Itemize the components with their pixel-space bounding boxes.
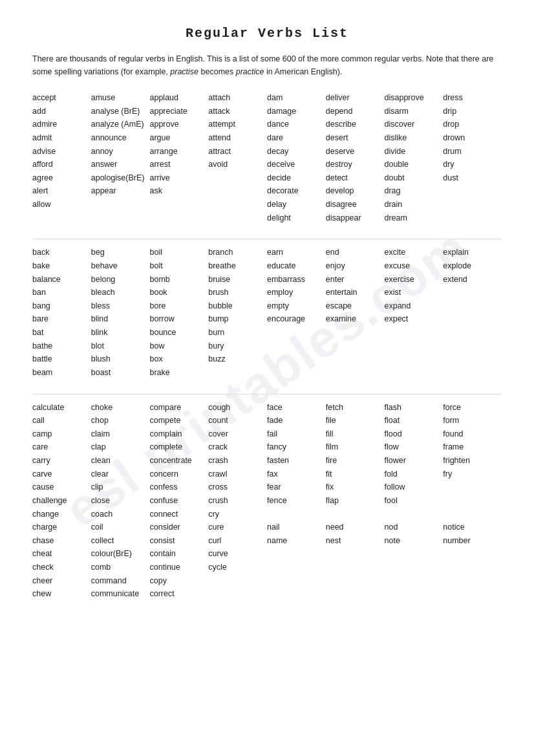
word-cell xyxy=(326,340,385,353)
word-cell: depend xyxy=(326,105,385,118)
word-cell: camp xyxy=(32,427,91,441)
word-cell: cause xyxy=(32,481,91,494)
word-cell: applaud xyxy=(150,91,209,105)
word-grid-3d: care clap complete crack fancy film flow… xyxy=(32,440,502,454)
word-cell: bomb xyxy=(150,273,209,286)
word-cell: analyse (BrE) xyxy=(91,105,150,118)
word-cell: carve xyxy=(32,468,91,481)
word-cell: analyze (AmE) xyxy=(91,118,150,131)
word-cell: dress xyxy=(443,91,502,105)
word-cell: contain xyxy=(150,547,209,561)
word-cell: disappear xyxy=(326,211,385,225)
word-cell: arrive xyxy=(150,171,209,185)
word-cell xyxy=(443,494,502,508)
word-cell: empty xyxy=(267,299,326,313)
word-cell xyxy=(32,211,91,225)
word-cell: beg xyxy=(91,246,150,259)
word-cell: add xyxy=(32,105,91,118)
word-cell: attempt xyxy=(208,118,267,131)
word-cell: found xyxy=(443,427,502,441)
word-cell xyxy=(385,366,443,380)
word-grid-3b: call chop compete count fade file float … xyxy=(32,414,502,427)
word-cell: admit xyxy=(32,131,91,145)
word-cell xyxy=(267,340,326,353)
word-cell: bury xyxy=(208,340,267,353)
word-cell: drop xyxy=(443,118,502,131)
word-cell: flow xyxy=(385,440,443,454)
word-cell: change xyxy=(32,508,91,521)
word-cell: detect xyxy=(326,171,385,185)
word-cell xyxy=(385,587,443,601)
word-cell: fade xyxy=(267,414,326,427)
word-cell: disarm xyxy=(385,105,443,118)
word-cell: advise xyxy=(32,145,91,158)
word-cell: end xyxy=(326,246,385,259)
word-cell: attract xyxy=(208,145,267,158)
word-grid-2c: balance belong bomb bruise embarrass ent… xyxy=(32,273,502,286)
word-cell xyxy=(443,312,502,326)
word-cell: appear xyxy=(91,184,150,198)
word-cell: drip xyxy=(443,105,502,118)
word-cell: desert xyxy=(326,131,385,145)
word-cell: delay xyxy=(267,198,326,211)
word-cell xyxy=(267,508,326,521)
word-cell: encourage xyxy=(267,312,326,326)
word-cell xyxy=(385,561,443,574)
word-cell: burn xyxy=(208,326,267,340)
word-cell: argue xyxy=(150,131,209,145)
word-cell: chew xyxy=(32,587,91,601)
word-cell: notice xyxy=(443,521,502,534)
word-cell: fetch xyxy=(326,401,385,415)
word-cell: doubt xyxy=(385,171,443,185)
word-cell: fit xyxy=(326,468,385,481)
word-cell: note xyxy=(385,534,443,548)
word-cell: agree xyxy=(32,171,91,185)
word-grid-1f: afford answer arrest avoid deceive destr… xyxy=(32,158,502,171)
word-cell: nest xyxy=(326,534,385,548)
word-cell: drown xyxy=(443,131,502,145)
word-cell: coil xyxy=(91,521,150,534)
word-cell: dust xyxy=(443,171,502,185)
word-cell: face xyxy=(267,401,326,415)
word-cell: challenge xyxy=(32,494,91,508)
word-cell xyxy=(150,198,209,211)
word-cell xyxy=(385,326,443,340)
word-cell: breathe xyxy=(208,259,267,273)
word-cell: close xyxy=(91,494,150,508)
word-cell: bare xyxy=(32,312,91,326)
word-cell: describe xyxy=(326,118,385,131)
word-cell: carry xyxy=(32,454,91,468)
word-grid-3: calculate choke compare cough face fetch… xyxy=(32,401,502,415)
word-cell xyxy=(443,508,502,521)
word-cell: boil xyxy=(150,246,209,259)
word-cell: care xyxy=(32,440,91,454)
word-cell: disagree xyxy=(326,198,385,211)
word-cell: fry xyxy=(443,468,502,481)
word-cell: fool xyxy=(385,494,443,508)
word-cell: decide xyxy=(267,171,326,185)
word-cell: explode xyxy=(443,259,502,273)
word-cell xyxy=(443,587,502,601)
word-cell: command xyxy=(91,574,150,588)
word-grid-2b: bake behave bolt breathe educate enjoy e… xyxy=(32,259,502,273)
word-cell: number xyxy=(443,534,502,548)
word-cell xyxy=(443,184,502,198)
word-cell: flood xyxy=(385,427,443,441)
word-cell: branch xyxy=(208,246,267,259)
word-cell: cover xyxy=(208,427,267,441)
word-cell: crawl xyxy=(208,468,267,481)
word-cell: amuse xyxy=(91,91,150,105)
word-cell: bounce xyxy=(150,326,209,340)
word-cell: charge xyxy=(32,521,91,534)
word-cell: force xyxy=(443,401,502,415)
word-cell: attend xyxy=(208,131,267,145)
word-cell: dare xyxy=(267,131,326,145)
word-cell: fail xyxy=(267,427,326,441)
word-cell: cheat xyxy=(32,547,91,561)
word-cell: blush xyxy=(91,352,150,366)
word-cell: bruise xyxy=(208,273,267,286)
word-cell: fold xyxy=(385,468,443,481)
word-cell: expect xyxy=(385,312,443,326)
word-cell: employ xyxy=(267,286,326,299)
word-cell: flap xyxy=(326,494,385,508)
